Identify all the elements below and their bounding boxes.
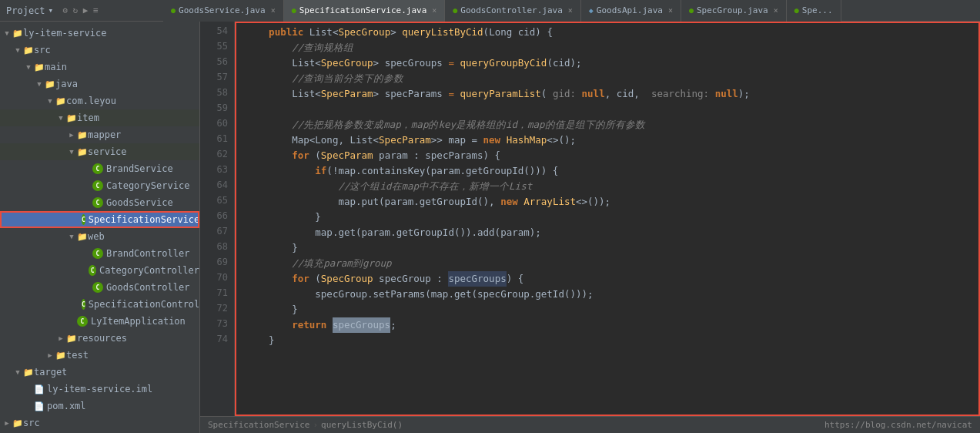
expand-icon: ▼	[45, 97, 55, 105]
code-content[interactable]: public List<SpecGroup> queryListByCid(Lo…	[235, 22, 980, 416]
folder-icon: 📁	[23, 45, 34, 55]
tab-spec-group-java[interactable]: ● SpecGroup.java ×	[681, 0, 787, 22]
line-numbers: 54 55 56 57 58 59 60 61 62 63 64 65 66 6…	[200, 22, 235, 416]
code-line-58: List<SpecParam> specParams = queryParamL…	[246, 86, 978, 102]
expand-icon: ▼	[12, 368, 23, 376]
code-line-60: //先把规格参数变成map，map的key是规格组的id，map的值是组下的所有…	[246, 117, 978, 133]
class-icon: C	[92, 248, 103, 259]
tree-label: target	[34, 367, 67, 378]
top-bar: Project ▾ ⚙ ↻ ▶ ≡ ● GoodsService.java × …	[0, 0, 980, 22]
code-line-68: }	[246, 240, 978, 256]
code-line-57: //查询当前分类下的参数	[246, 71, 978, 86]
tree-item-brand-controller[interactable]: C BrandController	[0, 245, 199, 262]
tree-item-service[interactable]: ▼ 📁 service	[0, 143, 199, 160]
code-line-54: public List<SpecGroup> queryListByCid(Lo…	[246, 25, 978, 40]
folder-icon: 📁	[45, 79, 55, 89]
expand-icon: ▼	[66, 233, 77, 240]
folder-icon: 📁	[12, 418, 23, 428]
tab-spec-ellipsis[interactable]: ● Spe...	[787, 0, 841, 22]
java-icon: ●	[794, 6, 799, 15]
java-icon: ●	[453, 6, 457, 15]
code-line-67: map.get(param.getGroupId()).add(param);	[246, 225, 978, 240]
tree-item-resources[interactable]: ▶ 📁 resources	[0, 330, 199, 347]
folder-icon: 📁	[55, 351, 66, 361]
tab-close-icon[interactable]: ×	[432, 6, 436, 15]
class-icon: C	[92, 282, 103, 293]
tree-item-test[interactable]: ▶ 📁 test	[0, 347, 199, 364]
expand-icon: ▶	[2, 419, 12, 427]
tree-item-brand-service[interactable]: C BrandService	[0, 160, 199, 177]
expand-icon: ▶	[55, 334, 66, 342]
class-icon: C	[82, 214, 85, 225]
tree-item-specification-controller[interactable]: C SpecificationController	[0, 296, 199, 313]
java-icon: ●	[689, 6, 694, 15]
tab-goods-controller-java[interactable]: ● GoodsController.java ×	[445, 0, 581, 22]
tree-item-mapper[interactable]: ▶ 📁 mapper	[0, 126, 199, 143]
tab-close-icon[interactable]: ×	[668, 6, 673, 15]
tab-goods-service-java[interactable]: ● GoodsService.java ×	[163, 0, 284, 22]
tree-item-src[interactable]: ▼ 📁 src	[0, 42, 199, 59]
tree-label: src	[34, 45, 51, 55]
tab-close-icon[interactable]: ×	[271, 6, 276, 15]
tree-item-goods-controller[interactable]: C GoodsController	[0, 279, 199, 296]
tab-close-icon[interactable]: ×	[774, 6, 778, 15]
tree-item-src2[interactable]: ▶ 📁 src	[0, 415, 199, 431]
code-line-66: }	[246, 210, 978, 225]
code-line-65: map.put(param.getGroupId(), new ArrayLis…	[246, 194, 978, 210]
tree-label: mapper	[88, 129, 121, 140]
tab-specification-service-java[interactable]: ● SpecificationService.java ×	[284, 0, 446, 22]
folder-icon: 📁	[77, 147, 88, 157]
tree-label: web	[88, 231, 105, 242]
interface-icon: ◆	[589, 6, 594, 15]
tree-item-ly-item-service[interactable]: ▼ 📁 ly-item-service	[0, 25, 199, 42]
folder-icon: 📁	[55, 96, 66, 106]
tree-item-category-controller[interactable]: C CategoryController	[0, 262, 199, 279]
tree-label: BrandService	[106, 163, 173, 174]
tree-item-item[interactable]: ▼ 📁 item	[0, 109, 199, 126]
class-icon: C	[92, 197, 103, 208]
tab-goods-api-java[interactable]: ◆ GoodsApi.java ×	[581, 0, 681, 22]
tree-label: SpecificationController	[89, 299, 200, 310]
status-url: https://blog.csdn.net/navicat	[824, 420, 972, 430]
tree-item-category-service[interactable]: C CategoryService	[0, 177, 199, 194]
code-line-59	[246, 102, 978, 117]
class-icon: C	[92, 163, 103, 174]
project-dropdown-icon[interactable]: ▾	[48, 5, 54, 15]
project-section: Project ▾ ⚙ ↻ ▶ ≡	[6, 5, 160, 16]
tree-item-ly-item-application[interactable]: C LyItemApplication	[0, 313, 199, 330]
code-line-69: //填充param到group	[246, 256, 978, 271]
tree-item-java[interactable]: ▼ 📁 java	[0, 76, 199, 92]
tree-label: LyItemApplication	[91, 316, 186, 327]
tree-label: SpecificationService	[89, 214, 200, 225]
tab-close-icon[interactable]: ×	[568, 6, 573, 15]
breadcrumb-class: SpecificationService	[208, 420, 309, 430]
code-line-74: }	[246, 333, 978, 348]
code-editor[interactable]: 54 55 56 57 58 59 60 61 62 63 64 65 66 6…	[200, 22, 980, 416]
code-panel: 54 55 56 57 58 59 60 61 62 63 64 65 66 6…	[200, 22, 980, 433]
tree-label: src	[23, 418, 40, 428]
tree-label: ly-item-service	[23, 28, 106, 39]
tree-item-com-leyou[interactable]: ▼ 📁 com.leyou	[0, 92, 199, 109]
tree-item-specification-service[interactable]: C SpecificationService	[0, 211, 199, 228]
java-icon: ●	[292, 6, 296, 15]
folder-icon: 📁	[77, 232, 88, 242]
tree-item-main[interactable]: ▼ 📁 main	[0, 59, 199, 76]
breadcrumb-method: queryListByCid()	[321, 420, 403, 430]
tree-label: main	[45, 62, 67, 72]
tree-label: BrandController	[106, 248, 189, 259]
tree-label: CategoryController	[99, 265, 199, 276]
expand-icon: ▶	[45, 351, 55, 359]
tree-item-goods-service[interactable]: C GoodsService	[0, 194, 199, 211]
folder-icon: 📁	[66, 334, 77, 344]
tree-item-target[interactable]: ▼ 📁 target	[0, 364, 199, 381]
tree-label: CategoryService	[106, 180, 189, 191]
folder-icon: 📁	[23, 368, 34, 378]
expand-icon: ▼	[23, 63, 34, 71]
tree-item-iml-service[interactable]: 📄 ly-item-service.iml	[0, 381, 199, 398]
breadcrumb-bar: SpecificationService › queryListByCid() …	[200, 416, 980, 433]
file-icon: 📄	[34, 401, 45, 411]
tree-item-pom-xml[interactable]: 📄 pom.xml	[0, 398, 199, 415]
tree-label: resources	[77, 333, 127, 344]
code-line-62: for (SpecParam param : specParams) {	[246, 148, 978, 163]
tree-item-web[interactable]: ▼ 📁 web	[0, 228, 199, 245]
